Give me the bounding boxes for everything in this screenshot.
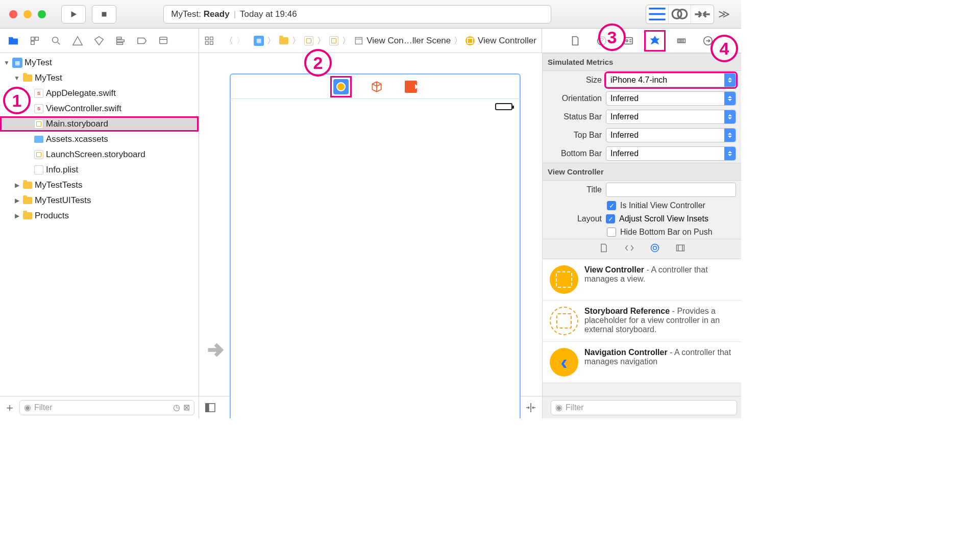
filter-icon: ◉: [555, 403, 562, 412]
related-items-icon[interactable]: [204, 36, 214, 46]
file-infoplist[interactable]: Info.plist: [0, 162, 199, 178]
media-library-tab[interactable]: [675, 243, 685, 255]
view-controller-crumb-icon: [465, 36, 475, 45]
inspector-panel: Simulated Metrics SizeiPhone 4.7-inch Or…: [542, 53, 741, 418]
orientation-select[interactable]: Inferred: [606, 91, 736, 106]
title-label: Title: [548, 185, 602, 194]
navigation-controller-thumb-icon: [550, 348, 578, 377]
library-filter-placeholder: Filter: [566, 403, 584, 412]
folder-tests[interactable]: ▶MyTestTests: [0, 178, 199, 193]
forward-button[interactable]: 〉: [236, 35, 245, 46]
initial-vc-label: Is Initial View Controller: [620, 201, 705, 210]
size-inspector-tab[interactable]: [674, 34, 689, 48]
back-button[interactable]: 〈: [225, 35, 233, 46]
scm-filter-icon[interactable]: ⊠: [183, 403, 190, 412]
scene-dock: [230, 73, 521, 99]
minimize-window-button[interactable]: [23, 10, 32, 18]
hide-bottom-label: Hide Bottom Bar on Push: [620, 228, 713, 237]
navigator-filter-input[interactable]: ◉ Filter ◷⊠: [19, 400, 194, 415]
version-editor-button[interactable]: [691, 5, 714, 23]
file-inspector-tab[interactable]: [568, 34, 582, 48]
toolbar-overflow-icon[interactable]: ≫: [714, 8, 734, 21]
adjust-insets-checkbox[interactable]: ✓: [606, 214, 615, 223]
identity-inspector-tab[interactable]: [621, 34, 635, 48]
editor-mode-segment[interactable]: [646, 5, 714, 24]
view-controller-header: View Controller: [543, 163, 741, 181]
view-controller-crumb-label[interactable]: View Controller: [478, 36, 536, 46]
file-viewcontroller[interactable]: SViewController.swift: [0, 101, 199, 116]
report-navigator-tab[interactable]: [157, 35, 169, 47]
folder-products[interactable]: ▶Products: [0, 208, 199, 223]
library-item-navigation-controller[interactable]: Navigation Controller - A controller tha…: [543, 342, 741, 383]
svg-point-2: [678, 10, 687, 19]
add-button[interactable]: ＋: [4, 400, 15, 415]
project-navigator: ▼▦MyTest ▼MyTest SAppDelegate.swift SVie…: [0, 53, 199, 418]
recent-filter-icon[interactable]: ◷: [173, 403, 180, 412]
view-controller-dock-icon[interactable]: [333, 79, 349, 94]
activity-text: MyTest: Ready: [171, 9, 229, 19]
svg-point-18: [626, 40, 628, 42]
adjust-insets-label: Adjust Scroll View Insets: [619, 214, 708, 223]
issue-navigator-tab[interactable]: [71, 35, 84, 47]
svg-rect-9: [117, 42, 123, 44]
library-item-storyboard-reference[interactable]: Storyboard Reference - Provides a placeh…: [543, 300, 741, 342]
scene-crumb-label[interactable]: View Con…ller Scene: [366, 36, 451, 46]
folder-uitests[interactable]: ▶MyTestUITests: [0, 193, 199, 208]
file-main-storyboard[interactable]: Main.storyboard: [0, 116, 199, 132]
connections-inspector-tab[interactable]: [701, 34, 715, 48]
bottombar-select[interactable]: Inferred: [606, 146, 736, 161]
statusbar-select[interactable]: Inferred: [606, 110, 736, 124]
initial-vc-arrow-icon[interactable]: [205, 339, 228, 363]
device-frame[interactable]: [230, 99, 521, 418]
topbar-select[interactable]: Inferred: [606, 128, 736, 142]
storyboard-base-crumb-icon: [329, 36, 339, 46]
standard-editor-button[interactable]: [646, 5, 669, 23]
navigator-selector: [0, 29, 199, 53]
object-library-tab[interactable]: [650, 243, 660, 255]
svg-rect-25: [676, 245, 684, 251]
code-snippet-library-tab[interactable]: [624, 243, 634, 255]
project-root[interactable]: ▼▦MyTest: [0, 55, 199, 70]
debug-navigator-tab[interactable]: [114, 35, 127, 47]
svg-point-24: [653, 246, 656, 250]
zoom-window-button[interactable]: [38, 10, 46, 18]
run-button[interactable]: [61, 5, 86, 23]
file-assets[interactable]: Assets.xcassets: [0, 132, 199, 147]
object-library-list[interactable]: View Controller - A controller that mana…: [543, 259, 741, 383]
jump-bar[interactable]: 〈 〉 ▦〉 〉 〉 〉 View Con…ller Scene〉 View C…: [199, 29, 542, 53]
group-folder[interactable]: ▼MyTest: [0, 70, 199, 86]
resizing-button[interactable]: [525, 402, 537, 414]
library-item-view-controller[interactable]: View Controller - A controller that mana…: [543, 259, 741, 300]
quick-help-inspector-tab[interactable]: [595, 34, 609, 48]
initial-vc-checkbox[interactable]: ✓: [607, 201, 616, 210]
size-select[interactable]: iPhone 4.7-inch: [606, 73, 736, 87]
stop-button[interactable]: [92, 5, 116, 23]
view-controller-scene[interactable]: [230, 74, 521, 418]
storyboard-canvas[interactable]: [199, 53, 542, 396]
find-navigator-tab[interactable]: [50, 35, 62, 47]
exit-dock-icon[interactable]: [405, 81, 417, 93]
svg-point-23: [651, 244, 658, 252]
filter-icon: ◉: [24, 403, 31, 412]
document-outline-toggle[interactable]: [204, 402, 216, 414]
symbol-navigator-tab[interactable]: [29, 35, 41, 47]
svg-rect-0: [102, 12, 107, 16]
test-navigator-tab[interactable]: [93, 35, 105, 47]
activity-viewer[interactable]: MyTest: Ready | Today at 19:46: [163, 5, 551, 23]
file-appdelegate[interactable]: SAppDelegate.swift: [0, 86, 199, 101]
hide-bottom-checkbox[interactable]: [607, 228, 616, 237]
first-responder-dock-icon[interactable]: [369, 79, 384, 94]
breakpoint-navigator-tab[interactable]: [136, 35, 148, 47]
close-window-button[interactable]: [9, 10, 17, 18]
title-input[interactable]: [606, 183, 736, 197]
assistant-editor-button[interactable]: [669, 5, 691, 23]
svg-rect-13: [205, 41, 208, 44]
library-filter-input[interactable]: ◉ Filter: [551, 400, 737, 415]
file-template-library-tab[interactable]: [599, 243, 609, 255]
attributes-inspector-tab[interactable]: [648, 34, 662, 48]
svg-rect-12: [210, 37, 213, 40]
project-crumb-icon: ▦: [254, 36, 264, 46]
svg-rect-15: [355, 37, 362, 44]
file-launchscreen[interactable]: LaunchScreen.storyboard: [0, 147, 199, 162]
project-navigator-tab[interactable]: [7, 35, 19, 47]
